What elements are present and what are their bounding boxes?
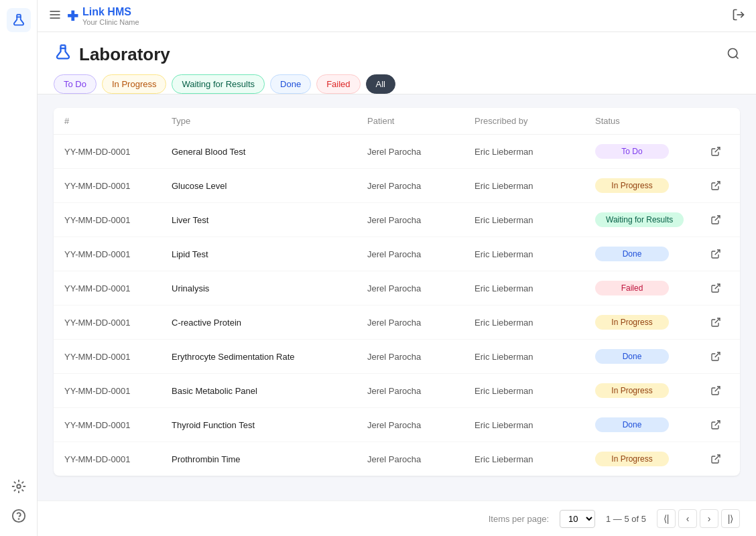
sidebar (0, 0, 38, 536)
svg-line-14 (715, 182, 720, 186)
open-record-button[interactable] (702, 249, 729, 259)
svg-line-21 (715, 421, 720, 425)
sidebar-item-settings[interactable] (7, 474, 31, 498)
menu-icon[interactable] (48, 8, 62, 23)
cell-status: In Progress (595, 315, 702, 330)
status-badge: In Progress (595, 178, 669, 193)
table-row: YY-MM-DD-0001 Basic Metabolic Panel Jere… (54, 374, 740, 408)
pagination-controls: ⟨| ‹ › |⟩ (657, 509, 740, 528)
open-record-button[interactable] (702, 180, 729, 191)
filter-tab-done[interactable]: Done (270, 74, 311, 94)
svg-line-13 (715, 147, 720, 152)
svg-line-16 (715, 250, 720, 255)
cell-prescribed: Eric Lieberman (475, 318, 595, 328)
prev-page-button[interactable]: ‹ (678, 509, 697, 528)
content-area: # Type Patient Prescribed by Status YY-M… (38, 94, 756, 500)
cell-status: Done (595, 417, 702, 432)
cell-patient: Jerel Parocha (367, 386, 475, 396)
brand-name: Link HMS (82, 6, 139, 18)
cell-id: YY-MM-DD-0001 (64, 181, 172, 191)
cell-prescribed: Eric Lieberman (475, 386, 595, 396)
cell-type: Liver Test (172, 215, 367, 225)
data-table: # Type Patient Prescribed by Status YY-M… (54, 108, 740, 476)
cell-patient: Jerel Parocha (367, 318, 475, 328)
open-record-button[interactable] (702, 214, 729, 225)
cell-type: Glucose Level (172, 181, 367, 191)
svg-line-12 (736, 56, 739, 59)
col-header-id: # (64, 116, 172, 126)
filter-tab-todo[interactable]: To Do (54, 74, 97, 94)
cell-prescribed: Eric Lieberman (475, 420, 595, 430)
open-record-button[interactable] (702, 385, 729, 396)
cell-status: In Progress (595, 452, 702, 466)
items-per-page-select[interactable]: 10 5 25 50 (560, 510, 595, 528)
cell-patient: Jerel Parocha (367, 454, 475, 464)
topbar: ✚ Link HMS Your Clinic Name (38, 0, 756, 32)
cell-prescribed: Eric Lieberman (475, 181, 595, 191)
last-page-button[interactable]: |⟩ (721, 509, 740, 528)
status-badge: Failed (595, 281, 669, 295)
cell-status: In Progress (595, 178, 702, 193)
svg-line-20 (715, 387, 720, 391)
brand-cross-icon: ✚ (67, 8, 78, 24)
cell-type: Lipid Test (172, 249, 367, 259)
status-badge: In Progress (595, 452, 669, 466)
col-header-type: Type (172, 116, 367, 126)
open-record-button[interactable] (702, 419, 729, 430)
svg-line-17 (715, 284, 720, 289)
filter-tab-inprogress[interactable]: In Progress (102, 74, 166, 94)
status-badge: Waiting for Results (595, 212, 684, 227)
cell-type: Basic Metabolic Panel (172, 386, 367, 396)
table-body: YY-MM-DD-0001 General Blood Test Jerel P… (54, 135, 740, 476)
svg-line-18 (715, 318, 720, 323)
cell-patient: Jerel Parocha (367, 215, 475, 225)
logout-icon[interactable] (732, 8, 745, 23)
cell-type: Urinalysis (172, 283, 367, 293)
status-badge: In Progress (595, 383, 669, 398)
open-record-button[interactable] (702, 317, 729, 328)
svg-line-22 (715, 455, 720, 460)
table-header: # Type Patient Prescribed by Status (54, 108, 740, 135)
page-title: Laboratory (54, 43, 170, 66)
svg-point-2 (17, 484, 21, 488)
table-row: YY-MM-DD-0001 Liver Test Jerel Parocha E… (54, 203, 740, 237)
open-record-button[interactable] (702, 146, 729, 157)
cell-status: Failed (595, 281, 702, 295)
cell-status: To Do (595, 144, 702, 159)
cell-type: Erythrocyte Sedimentation Rate (172, 352, 367, 362)
svg-line-15 (715, 216, 720, 220)
cell-prescribed: Eric Lieberman (475, 283, 595, 293)
filter-tab-waiting[interactable]: Waiting for Results (172, 74, 265, 94)
cell-patient: Jerel Parocha (367, 249, 475, 259)
next-page-button[interactable]: › (700, 509, 718, 528)
cell-id: YY-MM-DD-0001 (64, 215, 172, 225)
sidebar-item-lab[interactable] (7, 8, 31, 32)
brand-subtitle: Your Clinic Name (82, 18, 139, 26)
status-badge: In Progress (595, 315, 669, 330)
search-icon[interactable] (727, 47, 740, 62)
cell-id: YY-MM-DD-0001 (64, 454, 172, 464)
table-row: YY-MM-DD-0001 C-reactive Protein Jerel P… (54, 306, 740, 340)
page-title-text: Laboratory (79, 44, 170, 65)
status-badge: Done (595, 247, 669, 261)
cell-status: Done (595, 349, 702, 364)
cell-id: YY-MM-DD-0001 (64, 283, 172, 293)
svg-point-11 (729, 49, 737, 58)
lab-icon (54, 43, 72, 66)
cell-prescribed: Eric Lieberman (475, 249, 595, 259)
status-badge: Done (595, 417, 669, 432)
first-page-button[interactable]: ⟨| (657, 509, 676, 528)
open-record-button[interactable] (702, 454, 729, 464)
filter-tab-failed[interactable]: Failed (316, 74, 360, 94)
cell-status: Waiting for Results (595, 212, 702, 227)
table-row: YY-MM-DD-0001 Glucose Level Jerel Paroch… (54, 169, 740, 203)
open-record-button[interactable] (702, 283, 729, 293)
open-record-button[interactable] (702, 351, 729, 362)
filter-tab-all[interactable]: All (366, 74, 395, 94)
items-per-page-label: Items per page: (489, 514, 549, 524)
cell-id: YY-MM-DD-0001 (64, 352, 172, 362)
cell-type: C-reactive Protein (172, 318, 367, 328)
sidebar-item-help[interactable] (7, 504, 31, 528)
brand: ✚ Link HMS Your Clinic Name (67, 6, 727, 26)
table-row: YY-MM-DD-0001 Lipid Test Jerel Parocha E… (54, 237, 740, 271)
